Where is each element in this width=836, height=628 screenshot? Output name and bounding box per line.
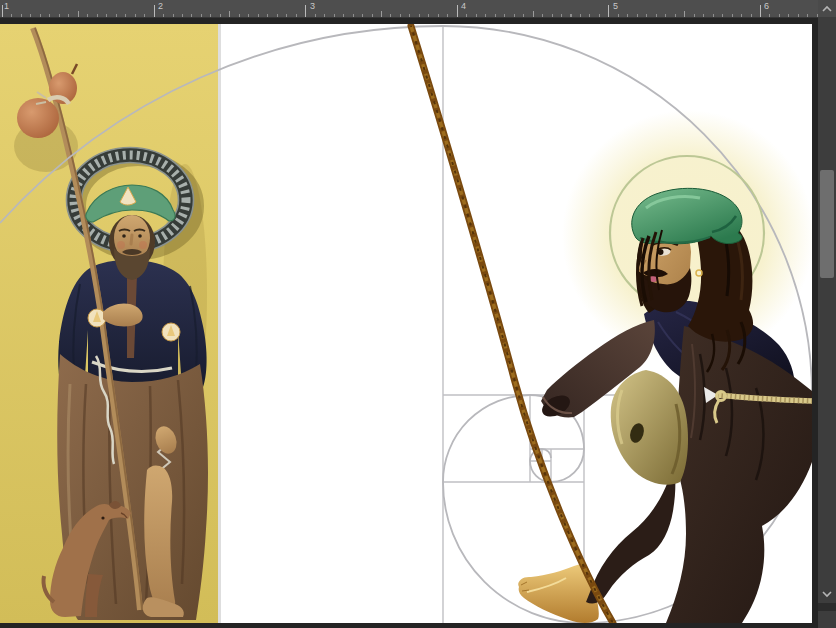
ruler-number: 4 [461,1,466,11]
ruler-number: 3 [310,1,315,11]
chevron-down-icon [821,590,833,598]
reference-image-saint-roch-statue [0,24,221,623]
ruler-ticks-unit [0,5,818,17]
ruler-number: 2 [158,1,163,11]
ruler-number: 6 [764,1,769,11]
image-editor-window: 1 2 3 4 5 6 [0,0,836,628]
horizontal-ruler[interactable]: 1 2 3 4 5 6 [0,0,818,18]
artwork [0,24,812,623]
scrollbar-tail [818,603,836,611]
vertical-scrollbar[interactable] [818,17,836,628]
chevron-up-icon [821,5,833,13]
scroll-up-button[interactable] [818,0,836,17]
ruler-number: 5 [613,1,618,11]
ruler-number: 1 [4,1,9,11]
document-canvas[interactable] [0,24,812,623]
scroll-down-button[interactable] [818,586,836,602]
scrollbar-thumb[interactable] [820,170,834,278]
